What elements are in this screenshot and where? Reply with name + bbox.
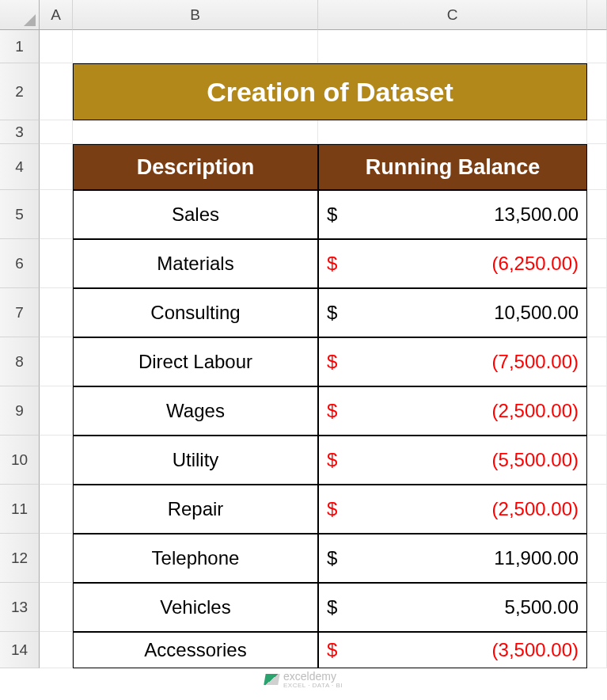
col-header-b[interactable]: B <box>73 0 318 30</box>
cell-blank[interactable] <box>40 190 73 239</box>
desc-text: Utility <box>173 449 219 471</box>
desc-text: Wages <box>166 400 225 422</box>
balance-value: (2,500.00) <box>341 400 579 422</box>
row-header-5[interactable]: 5 <box>0 190 40 239</box>
desc-text: Repair <box>168 498 224 520</box>
cell-blank[interactable] <box>587 583 607 632</box>
cell-blank[interactable] <box>587 386 607 436</box>
select-all-corner[interactable] <box>0 0 40 30</box>
col-header-a[interactable]: A <box>40 0 73 30</box>
row-header-14[interactable]: 14 <box>0 632 40 668</box>
dataset-title-text: Creation of Dataset <box>207 77 453 108</box>
cell-blank[interactable] <box>587 30 607 63</box>
row-header-6[interactable]: 6 <box>0 239 40 288</box>
col-header-c[interactable]: C <box>318 0 587 30</box>
balance-value: 5,500.00 <box>341 596 579 618</box>
balance-value: 11,900.00 <box>341 547 579 569</box>
header-description-text: Description <box>137 155 255 180</box>
cell-blank[interactable] <box>40 337 73 386</box>
cell-blank[interactable] <box>40 239 73 288</box>
cell-blank[interactable] <box>587 337 607 386</box>
desc-cell[interactable]: Materials <box>73 239 318 288</box>
currency-sign: $ <box>327 547 341 569</box>
col-header-extra[interactable] <box>587 0 607 30</box>
desc-cell[interactable]: Vehicles <box>73 583 318 632</box>
balance-cell[interactable]: $(5,500.00) <box>318 436 587 485</box>
balance-cell[interactable]: $(7,500.00) <box>318 337 587 386</box>
cell-blank[interactable] <box>40 436 73 485</box>
desc-cell[interactable]: Repair <box>73 485 318 534</box>
currency-sign: $ <box>327 400 341 422</box>
cell-blank[interactable] <box>40 583 73 632</box>
currency-sign: $ <box>327 596 341 618</box>
cell-blank[interactable] <box>40 144 73 190</box>
watermark-text: exceldemy <box>283 670 336 683</box>
watermark-logo-icon <box>264 674 279 685</box>
cell-blank[interactable] <box>587 239 607 288</box>
row-header-12[interactable]: 12 <box>0 534 40 583</box>
currency-sign: $ <box>327 302 341 324</box>
watermark-sub: EXCEL · DATA · BI <box>283 683 343 689</box>
row-header-11[interactable]: 11 <box>0 485 40 534</box>
cell-blank[interactable] <box>318 120 587 144</box>
balance-cell[interactable]: $(2,500.00) <box>318 485 587 534</box>
cell-blank[interactable] <box>587 63 607 120</box>
cell-blank[interactable] <box>40 632 73 668</box>
balance-cell[interactable]: $13,500.00 <box>318 190 587 239</box>
cell-blank[interactable] <box>587 190 607 239</box>
row-header-1[interactable]: 1 <box>0 30 40 63</box>
row-header-4[interactable]: 4 <box>0 144 40 190</box>
cell-blank[interactable] <box>587 436 607 485</box>
balance-cell[interactable]: $(6,250.00) <box>318 239 587 288</box>
header-running-balance[interactable]: Running Balance <box>318 144 587 190</box>
cell-blank[interactable] <box>40 30 73 63</box>
header-description[interactable]: Description <box>73 144 318 190</box>
desc-cell[interactable]: Wages <box>73 386 318 436</box>
balance-cell[interactable]: $(2,500.00) <box>318 386 587 436</box>
cell-blank[interactable] <box>587 632 607 668</box>
row-header-7[interactable]: 7 <box>0 288 40 337</box>
desc-cell[interactable]: Consulting <box>73 288 318 337</box>
row-header-8[interactable]: 8 <box>0 337 40 386</box>
cell-blank[interactable] <box>40 485 73 534</box>
cell-blank[interactable] <box>587 144 607 190</box>
desc-cell[interactable]: Utility <box>73 436 318 485</box>
cell-blank[interactable] <box>587 120 607 144</box>
row-header-3[interactable]: 3 <box>0 120 40 144</box>
currency-sign: $ <box>327 351 341 373</box>
cell-blank[interactable] <box>73 30 318 63</box>
dataset-title[interactable]: Creation of Dataset <box>73 63 587 120</box>
desc-cell[interactable]: Sales <box>73 190 318 239</box>
cell-blank[interactable] <box>40 534 73 583</box>
balance-cell[interactable]: $(3,500.00) <box>318 632 587 668</box>
cell-blank[interactable] <box>587 534 607 583</box>
cell-blank[interactable] <box>40 386 73 436</box>
balance-value: 13,500.00 <box>341 204 579 226</box>
desc-cell[interactable]: Direct Labour <box>73 337 318 386</box>
row-header-2[interactable]: 2 <box>0 63 40 120</box>
currency-sign: $ <box>327 253 341 275</box>
cell-blank[interactable] <box>40 63 73 120</box>
balance-value: (3,500.00) <box>341 639 579 661</box>
desc-text: Direct Labour <box>138 351 252 373</box>
row-header-9[interactable]: 9 <box>0 386 40 436</box>
balance-value: (6,250.00) <box>341 253 579 275</box>
desc-text: Materials <box>157 253 233 275</box>
desc-text: Vehicles <box>160 596 230 618</box>
cell-blank[interactable] <box>587 288 607 337</box>
cell-blank[interactable] <box>40 120 73 144</box>
cell-blank[interactable] <box>587 485 607 534</box>
balance-cell[interactable]: $10,500.00 <box>318 288 587 337</box>
currency-sign: $ <box>327 204 341 226</box>
balance-cell[interactable]: $5,500.00 <box>318 583 587 632</box>
balance-cell[interactable]: $11,900.00 <box>318 534 587 583</box>
row-header-10[interactable]: 10 <box>0 436 40 485</box>
cell-blank[interactable] <box>40 288 73 337</box>
desc-text: Consulting <box>150 302 240 324</box>
desc-cell[interactable]: Telephone <box>73 534 318 583</box>
row-header-13[interactable]: 13 <box>0 583 40 632</box>
cell-blank[interactable] <box>318 30 587 63</box>
header-running-balance-text: Running Balance <box>366 155 541 180</box>
desc-cell[interactable]: Accessories <box>73 632 318 668</box>
cell-blank[interactable] <box>73 120 318 144</box>
